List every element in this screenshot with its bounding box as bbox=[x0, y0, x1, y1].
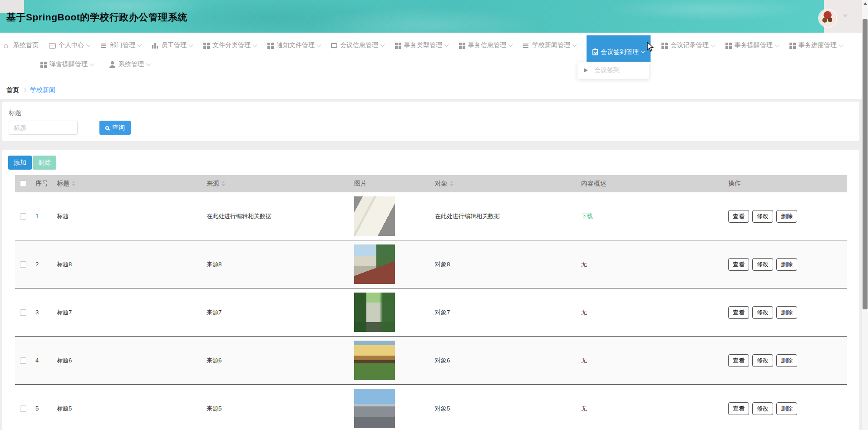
nav-row-1: 系统首页 个人中心 部门管理 员工管理 文件分类管理 通知文件管理 bbox=[4, 35, 843, 55]
breadcrumb-home-link[interactable]: 首页 bbox=[6, 86, 19, 94]
user-avatar[interactable] bbox=[819, 10, 836, 27]
title-search-input[interactable] bbox=[9, 121, 78, 135]
chevron-down-icon bbox=[317, 42, 321, 47]
chat-bubble-icon bbox=[331, 43, 337, 48]
nav-item-employee-mgmt[interactable]: 员工管理 bbox=[152, 41, 192, 49]
mouse-cursor bbox=[646, 42, 654, 52]
nav-item-popup-reminder-mgmt[interactable]: 弹窗提醒管理 bbox=[40, 60, 94, 68]
edit-button[interactable]: 修改 bbox=[752, 354, 773, 367]
nav-item-school-news-mgmt[interactable]: 学校新闻管理 bbox=[523, 41, 576, 49]
nav-item-affair-reminder-mgmt[interactable]: 事务提醒管理 bbox=[725, 41, 779, 49]
nav-item-system-home[interactable]: 系统首页 bbox=[4, 41, 39, 49]
view-button[interactable]: 查看 bbox=[728, 258, 749, 271]
row-summary: 无 bbox=[581, 260, 717, 269]
app-header: 基于SpringBoot的学校行政办公管理系统 bbox=[0, 0, 862, 33]
row-source: 来源8 bbox=[207, 260, 354, 269]
nav-item-system-mgmt[interactable]: 系统管理 bbox=[109, 60, 150, 68]
vertical-scrollbar[interactable] bbox=[862, 0, 868, 430]
col-header-title[interactable]: 标题 bbox=[57, 180, 207, 188]
chevron-down-icon bbox=[839, 42, 843, 47]
chevron-down-icon bbox=[641, 49, 646, 54]
chevron-down-icon bbox=[775, 42, 779, 47]
avatar-caret-down-icon[interactable] bbox=[843, 15, 848, 20]
row-num: 4 bbox=[31, 357, 57, 364]
nav-block: 系统首页 个人中心 部门管理 员工管理 文件分类管理 通知文件管理 bbox=[0, 33, 862, 99]
sort-arrows-icon[interactable] bbox=[72, 181, 75, 186]
query-button[interactable]: 查询 bbox=[99, 121, 131, 135]
row-checkbox[interactable] bbox=[20, 213, 26, 220]
delete-row-button[interactable]: 删除 bbox=[776, 306, 797, 319]
bar-chart-icon bbox=[152, 42, 158, 49]
add-button[interactable]: 添加 bbox=[8, 156, 32, 170]
nav-item-affair-info-mgmt[interactable]: 事务信息管理 bbox=[459, 41, 512, 49]
edit-button[interactable]: 修改 bbox=[752, 402, 773, 415]
edit-button[interactable]: 修改 bbox=[752, 306, 773, 319]
edit-button[interactable]: 修改 bbox=[752, 210, 773, 223]
notebook-photo bbox=[354, 196, 395, 236]
nav-item-department-mgmt[interactable]: 部门管理 bbox=[100, 41, 141, 49]
row-checkbox[interactable] bbox=[20, 309, 26, 316]
dropdown-menu-meeting-signin[interactable]: 会议签到 bbox=[577, 62, 649, 79]
nav-item-file-category-mgmt[interactable]: 文件分类管理 bbox=[203, 41, 256, 49]
delete-row-button[interactable]: 删除 bbox=[776, 210, 797, 223]
breadcrumb-separator-icon bbox=[23, 88, 26, 92]
edit-button[interactable]: 修改 bbox=[752, 258, 773, 271]
chevron-down-icon bbox=[572, 42, 577, 47]
scrollbar-thumb[interactable] bbox=[863, 19, 868, 309]
row-checkbox[interactable] bbox=[20, 261, 26, 268]
col-header-source[interactable]: 来源 bbox=[207, 180, 354, 188]
col-header-ops: 操作 bbox=[717, 180, 847, 188]
nav-item-meeting-record-mgmt[interactable]: 会议记录管理 bbox=[661, 41, 715, 49]
row-checkbox[interactable] bbox=[20, 406, 26, 412]
view-button[interactable]: 查看 bbox=[728, 354, 749, 367]
table-row: 4 标题6 来源6 对象6 无 查看 修改 删除 bbox=[15, 337, 847, 385]
view-button[interactable]: 查看 bbox=[728, 306, 749, 319]
row-checkbox[interactable] bbox=[20, 357, 26, 364]
row-object: 对象6 bbox=[435, 357, 581, 365]
scrollbar-up-arrow-icon[interactable] bbox=[863, 2, 867, 5]
nav-item-meeting-info-mgmt[interactable]: 会议信息管理 bbox=[331, 41, 384, 49]
chevron-down-icon bbox=[146, 61, 151, 66]
select-all-checkbox[interactable] bbox=[20, 181, 26, 187]
nav-item-affair-type-mgmt[interactable]: 事务类型管理 bbox=[395, 41, 448, 49]
download-link[interactable]: 下载 bbox=[581, 213, 593, 220]
row-num: 3 bbox=[31, 309, 57, 316]
view-button[interactable]: 查看 bbox=[728, 210, 749, 223]
table-row: 5 标题5 来源5 对象5 无 查看 修改 删除 bbox=[15, 385, 847, 430]
app-title: 基于SpringBoot的学校行政办公管理系统 bbox=[6, 11, 187, 24]
row-summary: 无 bbox=[581, 405, 717, 413]
view-button[interactable]: 查看 bbox=[728, 402, 749, 415]
grid-icon bbox=[40, 61, 47, 68]
delete-row-button[interactable]: 删除 bbox=[776, 402, 797, 415]
col-header-image: 图片 bbox=[354, 180, 435, 188]
breadcrumb-current-link[interactable]: 学校新闻 bbox=[30, 86, 55, 94]
row-num: 5 bbox=[31, 405, 57, 412]
nav-row-2: 弹窗提醒管理 系统管理 bbox=[40, 55, 150, 73]
search-panel: 标题 查询 bbox=[2, 102, 859, 141]
table-row: 1 标题 在此处进行编辑相关数据 在此处进行编辑相关数据 下载 查看 修改 删除 bbox=[15, 192, 847, 240]
chevron-down-icon bbox=[138, 42, 142, 47]
row-summary: 无 bbox=[581, 357, 717, 365]
sort-arrows-icon[interactable] bbox=[222, 181, 225, 186]
table-row: 3 标题7 来源7 对象7 无 查看 修改 删除 bbox=[15, 288, 847, 337]
delete-row-button[interactable]: 删除 bbox=[776, 354, 797, 367]
row-title: 标题5 bbox=[57, 405, 207, 413]
delete-row-button[interactable]: 删除 bbox=[776, 258, 797, 271]
row-title: 标题8 bbox=[57, 260, 207, 269]
dropdown-item-meeting-signin[interactable]: 会议签到 bbox=[594, 66, 620, 74]
nav-item-notice-file-mgmt[interactable]: 通知文件管理 bbox=[267, 41, 321, 49]
nav-item-meeting-signin-mgmt[interactable]: 会议签到管理 会议签到 bbox=[587, 35, 651, 62]
nav-item-personal-center[interactable]: 个人中心 bbox=[49, 41, 90, 49]
row-object: 对象5 bbox=[435, 405, 581, 413]
col-header-object[interactable]: 对象 bbox=[435, 180, 581, 188]
person-icon bbox=[109, 61, 116, 68]
row-title: 标题6 bbox=[57, 357, 207, 365]
chevron-down-icon bbox=[90, 61, 94, 66]
row-object: 在此处进行编辑相关数据 bbox=[435, 212, 581, 220]
sort-arrows-icon[interactable] bbox=[450, 181, 454, 186]
sunset-field-photo bbox=[354, 341, 395, 380]
chevron-down-icon bbox=[253, 42, 257, 47]
delete-button[interactable]: 删除 bbox=[33, 156, 56, 170]
nav-item-affair-progress-mgmt[interactable]: 事务进度管理 bbox=[789, 41, 843, 49]
table-header-row: 序号 标题 来源 图片 对象 内容概述 操作 bbox=[15, 175, 847, 192]
